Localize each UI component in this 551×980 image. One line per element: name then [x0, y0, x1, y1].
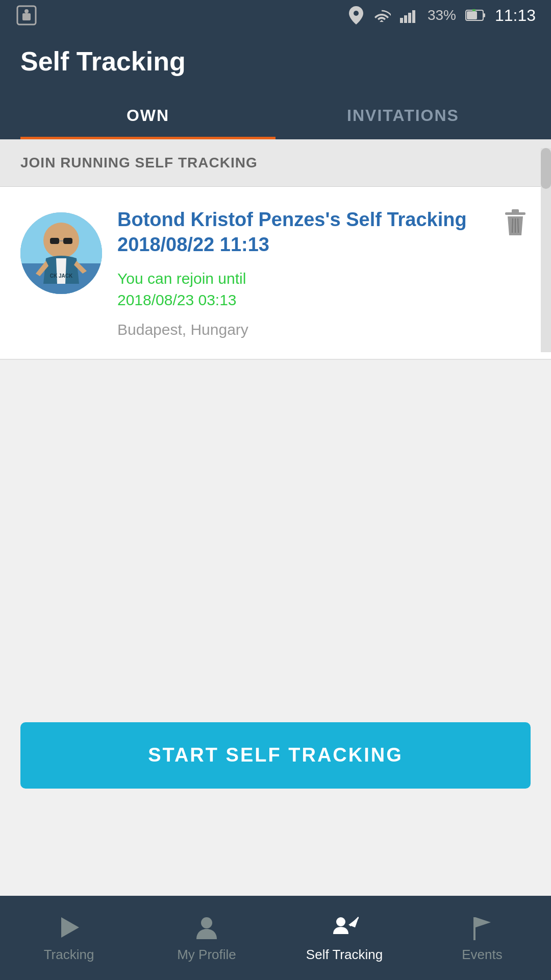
- start-self-tracking-button[interactable]: START SELF TRACKING: [20, 722, 531, 789]
- status-bar: 33% 11:13: [0, 0, 551, 31]
- tab-own[interactable]: OWN: [20, 92, 276, 139]
- svg-rect-16: [63, 238, 72, 244]
- battery-percent: 33%: [428, 7, 456, 23]
- status-bar-left: [15, 4, 38, 27]
- status-bar-right: 33% 11:13: [349, 6, 536, 25]
- nav-item-self-tracking[interactable]: Self Tracking: [276, 906, 413, 970]
- scrollbar[interactable]: [541, 148, 551, 352]
- svg-line-21: [512, 218, 513, 233]
- avatar-svg: CK JACK: [20, 212, 102, 294]
- tracking-nav-icon: [55, 914, 83, 942]
- svg-text:CK JACK: CK JACK: [50, 273, 73, 279]
- card-location: Budapest, Hungary: [117, 321, 485, 338]
- svg-point-25: [201, 917, 212, 928]
- flag-icon: [469, 915, 495, 940]
- my-profile-nav-label: My Profile: [177, 947, 236, 963]
- tab-bar: OWN INVITATIONS: [20, 92, 531, 139]
- share-location-icon: [331, 915, 359, 940]
- svg-marker-30: [475, 917, 491, 927]
- join-banner-text: JOIN RUNNING SELF TRACKING: [20, 155, 258, 170]
- nav-item-tracking[interactable]: Tracking: [0, 906, 138, 970]
- svg-rect-7: [412, 10, 415, 23]
- svg-point-2: [24, 9, 29, 13]
- empty-area: [0, 360, 551, 707]
- svg-point-3: [354, 11, 359, 16]
- svg-rect-11: [472, 9, 475, 11]
- play-icon: [56, 915, 82, 940]
- location-icon: [349, 6, 363, 24]
- svg-rect-1: [22, 13, 31, 20]
- svg-point-26: [336, 917, 345, 926]
- svg-rect-15: [50, 238, 59, 244]
- tracking-nav-label: Tracking: [44, 947, 94, 963]
- start-button-container: START SELF TRACKING: [0, 707, 551, 804]
- svg-line-23: [518, 218, 518, 233]
- self-tracking-nav-icon: [331, 914, 359, 942]
- wifi-icon: [372, 8, 391, 23]
- avatar-image: CK JACK: [20, 212, 102, 294]
- svg-rect-6: [408, 13, 411, 23]
- status-time: 11:13: [495, 6, 536, 25]
- svg-rect-29: [473, 917, 475, 940]
- avatar: CK JACK: [20, 212, 102, 294]
- self-tracking-nav-label: Self Tracking: [306, 947, 383, 963]
- scrollbar-thumb[interactable]: [541, 148, 551, 189]
- nav-item-my-profile[interactable]: My Profile: [138, 906, 276, 970]
- tracking-title: Botond Kristof Penzes's Self Tracking 20…: [117, 207, 485, 258]
- tab-invitations[interactable]: INVITATIONS: [276, 92, 531, 139]
- svg-marker-24: [61, 917, 79, 938]
- tracking-card[interactable]: CK JACK Botond Kristof Penzes's Self Tra…: [0, 187, 551, 360]
- svg-rect-20: [512, 209, 519, 213]
- nav-item-events[interactable]: Events: [413, 906, 551, 970]
- events-nav-icon: [468, 914, 496, 942]
- person-icon: [194, 915, 219, 940]
- battery-icon: [465, 8, 486, 22]
- page-title: Self Tracking: [20, 46, 531, 92]
- trash-icon: [503, 207, 528, 238]
- svg-rect-9: [483, 13, 485, 17]
- svg-rect-5: [404, 15, 407, 23]
- main-content: JOIN RUNNING SELF TRACKING: [0, 139, 551, 804]
- my-profile-nav-icon: [193, 914, 221, 942]
- delete-button[interactable]: [500, 207, 531, 238]
- events-nav-label: Events: [462, 947, 503, 963]
- card-info: Botond Kristof Penzes's Self Tracking 20…: [117, 207, 485, 338]
- bottom-nav: Tracking My Profile Self Tracking: [0, 896, 551, 980]
- rejoin-text: You can rejoin until2018/08/23 03:13: [117, 268, 485, 311]
- notification-icon: [15, 4, 38, 27]
- signal-icon: [400, 8, 418, 23]
- app-header: Self Tracking OWN INVITATIONS: [0, 31, 551, 139]
- svg-rect-4: [400, 18, 403, 23]
- svg-rect-10: [467, 11, 477, 19]
- join-banner[interactable]: JOIN RUNNING SELF TRACKING: [0, 139, 551, 187]
